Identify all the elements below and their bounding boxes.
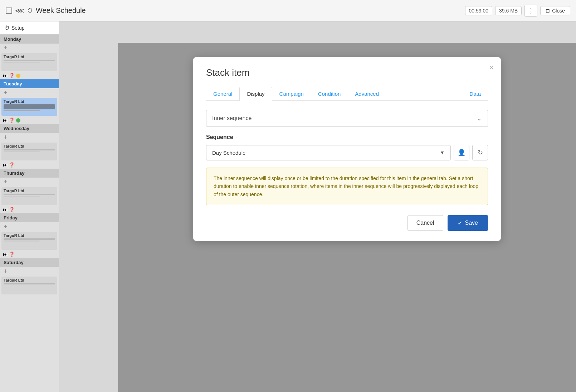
user-icon-button[interactable]: 👤 <box>454 145 469 160</box>
list-item: TarguR Ltd <box>1 98 57 116</box>
close-label: Close <box>552 8 565 14</box>
help-icon[interactable]: ❓ <box>9 73 15 78</box>
sidebar-item-thursday[interactable]: Thursday <box>0 169 59 178</box>
share-icon[interactable]: ⋘ <box>15 7 24 15</box>
dropdown-arrow-icon: ▼ <box>440 150 445 155</box>
tab-bar: General Display Campaign Condition Advan… <box>206 87 488 101</box>
refresh-icon-button[interactable]: ↻ <box>472 145 488 160</box>
save-button[interactable]: ✓ Save <box>448 215 488 231</box>
tab-display[interactable]: Display <box>239 87 272 101</box>
info-text: The inner sequence will display once or … <box>214 175 478 197</box>
skip-icon[interactable]: ⏭ <box>3 252 8 257</box>
setup-button[interactable]: ⏱ Setup <box>0 21 59 35</box>
skip-icon[interactable]: ⏭ <box>3 73 8 78</box>
tab-data[interactable]: Data <box>462 87 488 100</box>
page-title: Week Schedule <box>36 6 86 15</box>
cancel-button[interactable]: Cancel <box>407 215 443 231</box>
sidebar-item-saturday[interactable]: Saturday <box>0 258 59 267</box>
add-friday-button[interactable]: + <box>0 222 59 231</box>
help-icon[interactable]: ❓ <box>9 252 15 257</box>
thursday-controls: ⏭ ❓ <box>0 206 59 213</box>
sequence-label: Sequence <box>206 134 488 140</box>
list-item: TarguR Ltd <box>1 143 57 160</box>
sidebar-item-monday[interactable]: Monday <box>0 35 59 44</box>
tab-campaign[interactable]: Campaign <box>272 87 311 100</box>
wednesday-controls: ⏭ ❓ <box>0 161 59 169</box>
add-tuesday-button[interactable]: + <box>0 88 59 97</box>
close-icon: ⊟ <box>546 8 550 14</box>
display-type-dropdown[interactable]: Inner sequence ⌄ <box>206 110 488 127</box>
main-layout: ⏱ Setup Monday + TarguR Ltd ⏭ ❓ Tuesday … <box>0 21 576 392</box>
modal-overlay: × Stack item General Display Campaign Co… <box>118 43 576 392</box>
status-dot <box>16 118 20 123</box>
refresh-icon: ↻ <box>478 149 483 157</box>
friday-controls: ⏭ ❓ <box>0 250 59 258</box>
more-options-button[interactable]: ⋮ <box>524 5 537 17</box>
add-saturday-button[interactable]: + <box>0 267 59 276</box>
save-label: Save <box>465 220 478 226</box>
timer-badge: 00:59:00 <box>465 6 493 15</box>
skip-icon[interactable]: ⏭ <box>3 207 8 212</box>
top-bar-left: ⋘ ⏱ Week Schedule <box>6 6 86 15</box>
info-message: The inner sequence will display once or … <box>206 168 488 205</box>
list-item: TarguR Ltd <box>1 232 57 250</box>
help-icon[interactable]: ❓ <box>9 162 15 168</box>
setup-label: Setup <box>11 25 25 31</box>
memory-badge: 39.6 MB <box>495 6 522 15</box>
display-type-value: Inner sequence <box>212 115 252 121</box>
list-item: TarguR Ltd <box>1 277 57 294</box>
sidebar-item-tuesday[interactable]: Tuesday <box>0 79 59 88</box>
add-monday-button[interactable]: + <box>0 44 59 53</box>
modal-close-button[interactable]: × <box>489 63 494 72</box>
tuesday-controls: ⏭ ❓ <box>0 116 59 124</box>
sidebar: ⏱ Setup Monday + TarguR Ltd ⏭ ❓ Tuesday … <box>0 21 59 392</box>
add-wednesday-button[interactable]: + <box>0 133 59 142</box>
sequence-dropdown[interactable]: Day Schedule ▼ <box>206 145 451 160</box>
top-bar: ⋘ ⏱ Week Schedule 00:59:00 39.6 MB ⋮ ⊟ C… <box>0 0 576 21</box>
checkmark-icon: ✓ <box>458 220 462 227</box>
tab-general[interactable]: General <box>206 87 239 100</box>
tab-condition[interactable]: Condition <box>311 87 348 100</box>
sequence-row: Day Schedule ▼ 👤 ↻ <box>206 145 488 160</box>
help-icon[interactable]: ❓ <box>9 207 15 212</box>
stack-item-modal: × Stack item General Display Campaign Co… <box>193 57 501 241</box>
top-bar-right: 00:59:00 39.6 MB ⋮ ⊟ Close <box>465 5 570 17</box>
close-button[interactable]: ⊟ Close <box>540 6 570 15</box>
sidebar-item-wednesday[interactable]: Wednesday <box>0 124 59 133</box>
sidebar-item-friday[interactable]: Friday <box>0 213 59 222</box>
list-item: TarguR Ltd <box>1 187 57 205</box>
chevron-down-icon: ⌄ <box>477 114 482 122</box>
checkbox-icon[interactable] <box>6 8 12 14</box>
add-thursday-button[interactable]: + <box>0 178 59 187</box>
modal-footer: Cancel ✓ Save <box>206 215 488 231</box>
sequence-value: Day Schedule <box>212 150 245 156</box>
content-area: × Stack item General Display Campaign Co… <box>59 21 576 392</box>
status-dot <box>16 74 20 78</box>
tab-advanced[interactable]: Advanced <box>348 87 386 100</box>
list-item: TarguR Ltd <box>1 53 57 71</box>
modal-title: Stack item <box>206 67 488 78</box>
skip-icon[interactable]: ⏭ <box>3 162 8 168</box>
help-icon[interactable]: ❓ <box>9 118 15 123</box>
monday-controls: ⏭ ❓ <box>0 72 59 79</box>
display-type-row: Inner sequence ⌄ <box>206 110 488 127</box>
setup-clock-icon: ⏱ <box>4 25 9 31</box>
user-icon: 👤 <box>458 149 465 157</box>
clock-icon: ⏱ <box>27 8 33 14</box>
skip-icon[interactable]: ⏭ <box>3 118 8 123</box>
